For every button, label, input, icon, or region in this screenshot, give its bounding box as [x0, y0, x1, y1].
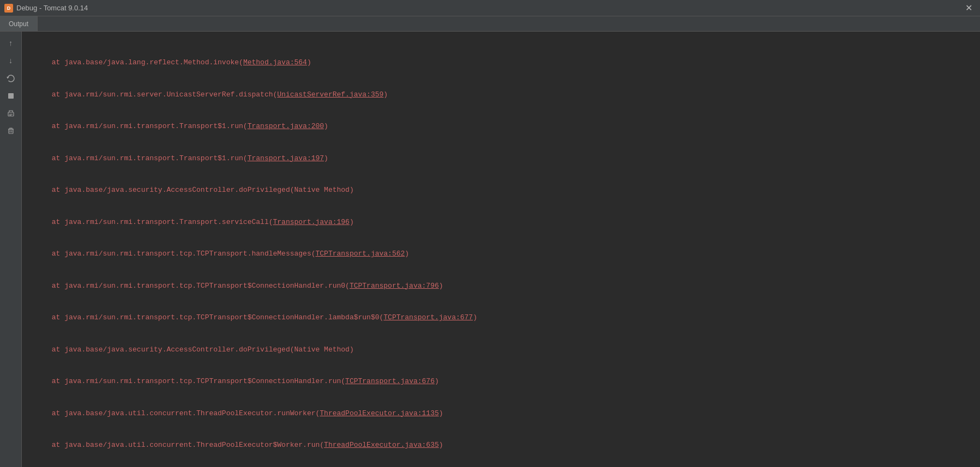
- link-method-java[interactable]: Method.java:564: [243, 58, 307, 66]
- title-bar-left: D Debug - Tomcat 9.0.14: [4, 4, 88, 13]
- link-transport-197[interactable]: Transport.java:197: [248, 154, 324, 162]
- scroll-up-button[interactable]: ↑: [3, 36, 19, 51]
- svg-rect-4: [9, 114, 13, 114]
- line-10: at java.base/java.security.AccessControl…: [26, 344, 976, 355]
- line-7: at java.rmi/sun.rmi.transport.tcp.TCPTra…: [26, 248, 976, 259]
- line-12: at java.base/java.util.concurrent.Thread…: [26, 408, 976, 419]
- line-8: at java.rmi/sun.rmi.transport.tcp.TCPTra…: [26, 281, 976, 292]
- main-container: ↑ ↓: [0, 32, 980, 467]
- output-content: at java.base/java.lang.reflect.Method.in…: [22, 36, 976, 467]
- clear-button[interactable]: [3, 123, 19, 138]
- line-6: at java.rmi/sun.rmi.transport.Transport.…: [26, 217, 976, 228]
- scroll-down-button[interactable]: ↓: [3, 53, 19, 69]
- link-tcptransport-796[interactable]: TCPTransport.java:796: [350, 282, 439, 290]
- link-tcptransport-676[interactable]: TCPTransport.java:676: [345, 377, 435, 385]
- svg-rect-6: [9, 129, 13, 134]
- line-3: at java.rmi/sun.rmi.transport.Transport$…: [26, 121, 976, 132]
- title-bar: D Debug - Tomcat 9.0.14 ✕: [0, 0, 980, 16]
- line-5: at java.base/java.security.AccessControl…: [26, 185, 976, 196]
- close-button[interactable]: ✕: [962, 2, 976, 14]
- link-tcptransport-562[interactable]: TCPTransport.java:562: [316, 250, 405, 258]
- line-13: at java.base/java.util.concurrent.Thread…: [26, 440, 976, 451]
- line-1: at java.base/java.lang.reflect.Method.in…: [26, 57, 976, 68]
- svg-text:D: D: [7, 5, 11, 11]
- print-button[interactable]: [3, 106, 19, 121]
- stop-button[interactable]: [3, 88, 19, 104]
- line-4: at java.rmi/sun.rmi.transport.Transport$…: [26, 153, 976, 164]
- link-threadpoolexecutor-1135[interactable]: ThreadPoolExecutor.java:1135: [320, 409, 438, 417]
- svg-rect-2: [8, 93, 14, 99]
- link-transport-200[interactable]: Transport.java:200: [248, 122, 324, 130]
- tab-bar: Output: [0, 16, 980, 32]
- sidebar: ↑ ↓: [0, 32, 22, 467]
- link-threadpoolexecutor-635[interactable]: ThreadPoolExecutor.java:635: [324, 441, 439, 449]
- rerun-button[interactable]: [3, 71, 19, 86]
- link-transport-196[interactable]: Transport.java:196: [273, 218, 349, 226]
- output-tab[interactable]: Output: [0, 16, 38, 31]
- link-unicastserverref[interactable]: UnicastServerRef.java:359: [277, 90, 383, 99]
- line-9: at java.rmi/sun.rmi.transport.tcp.TCPTra…: [26, 312, 976, 323]
- output-area[interactable]: at java.base/java.lang.reflect.Method.in…: [22, 32, 980, 467]
- line-2: at java.rmi/sun.rmi.server.UnicastServer…: [26, 89, 976, 100]
- app-icon: D: [4, 4, 13, 13]
- link-tcptransport-677[interactable]: TCPTransport.java:677: [383, 313, 473, 322]
- line-11: at java.rmi/sun.rmi.transport.tcp.TCPTra…: [26, 376, 976, 387]
- window-title: Debug - Tomcat 9.0.14: [16, 4, 88, 12]
- svg-rect-5: [9, 115, 11, 116]
